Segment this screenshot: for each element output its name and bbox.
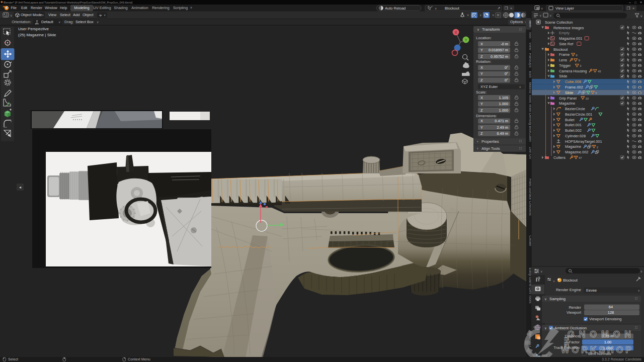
svg-text:×: ×	[510, 6, 513, 11]
svg-text:∨: ∨	[10, 14, 12, 17]
svg-text:XYZ Euler: XYZ Euler	[480, 84, 498, 89]
svg-text:∨: ∨	[638, 289, 640, 292]
svg-text:Y: Y	[480, 125, 483, 130]
svg-text:0.018997 m: 0.018997 m	[489, 48, 508, 52]
svg-text:∨: ∨	[519, 85, 521, 88]
svg-text:View: View	[48, 13, 57, 17]
svg-text:Options: Options	[510, 20, 523, 24]
svg-text:Lens: Lens	[559, 58, 567, 62]
svg-text:BezierCircle: BezierCircle	[565, 107, 585, 111]
svg-text:Dimensions:: Dimensions:	[476, 114, 497, 118]
svg-text:∨: ∨	[58, 21, 60, 24]
svg-text:Window: Window	[45, 6, 58, 10]
svg-text:Default: Default	[41, 20, 54, 24]
svg-text:Scale:: Scale:	[476, 90, 487, 95]
svg-text:⬙: ⬙	[99, 13, 102, 17]
svg-text:×: ×	[632, 6, 635, 11]
svg-text:64: 64	[609, 305, 613, 309]
svg-text:Context Menu: Context Menu	[128, 357, 150, 361]
svg-text:0.471 m: 0.471 m	[495, 119, 508, 123]
svg-text:Rendering: Rendering	[152, 6, 170, 10]
svg-text:Camera Housing: Camera Housing	[559, 69, 587, 73]
svg-text:∨: ∨	[540, 270, 542, 273]
svg-text:∨: ∨	[541, 7, 543, 10]
svg-text:∨: ∨	[640, 270, 642, 273]
svg-text:1.00: 1.00	[604, 340, 612, 344]
svg-text:❐: ❐	[505, 6, 508, 11]
svg-text:Trigger: Trigger	[559, 63, 571, 68]
svg-text:□: □	[634, 1, 636, 4]
svg-text:∨: ∨	[97, 21, 99, 24]
svg-text:∨: ∨	[435, 7, 437, 10]
svg-text:-0 m: -0 m	[501, 42, 508, 46]
svg-text:∨: ∨	[544, 326, 547, 330]
svg-text:3.3.2 Release Candidate: 3.3.2 Release Candidate	[602, 357, 641, 361]
svg-text:Factor: Factor	[569, 340, 580, 344]
svg-text:Z: Z	[480, 54, 483, 59]
svg-text:X: X	[480, 96, 483, 100]
svg-text:Add: Add	[73, 13, 79, 17]
svg-text:Y: Y	[480, 71, 483, 76]
svg-text:Help: Help	[60, 6, 67, 10]
svg-text:Frame: Frame	[559, 52, 570, 57]
svg-text:View Layer: View Layer	[555, 6, 574, 11]
svg-text:∨: ∨	[640, 15, 642, 18]
svg-text:X: X	[480, 119, 483, 123]
svg-text:Blockout: Blockout	[445, 6, 460, 11]
svg-text:Render: Render	[31, 6, 43, 10]
svg-text:+: +	[190, 6, 193, 10]
svg-text:Rotation:: Rotation:	[476, 59, 491, 64]
svg-text:Magazine: Magazine	[565, 144, 581, 149]
svg-text:0°: 0°	[505, 71, 508, 76]
svg-text:Scene Collection: Scene Collection	[545, 20, 573, 25]
svg-text:Drag:: Drag:	[64, 20, 73, 24]
svg-text:Viewport Denoising: Viewport Denoising	[589, 317, 621, 321]
svg-text:1.000: 1.000	[499, 108, 509, 113]
svg-text:Properties: Properties	[481, 139, 499, 144]
svg-text:1.000: 1.000	[499, 102, 509, 106]
svg-text:Scripting: Scripting	[173, 6, 188, 10]
svg-text:–: –	[629, 1, 631, 4]
svg-text:Eevee: Eevee	[586, 288, 597, 293]
svg-text:47: 47	[579, 156, 582, 159]
svg-text:1.105: 1.105	[499, 96, 509, 100]
svg-text:Viewport: Viewport	[567, 310, 582, 315]
svg-text:HOPSArrayTarget.001: HOPSArrayTarget.001	[565, 139, 602, 144]
svg-text:Y: Y	[480, 48, 483, 52]
svg-text:Y: Y	[465, 38, 467, 42]
svg-text:Transform: Transform	[482, 27, 500, 32]
svg-text:∨: ∨	[479, 14, 481, 17]
svg-text:∨: ∨	[104, 14, 106, 17]
svg-text:Blockout: Blockout	[553, 47, 568, 52]
svg-text:X: X	[480, 65, 483, 70]
svg-text:Reference Images: Reference Images	[553, 26, 584, 30]
svg-text:❐: ❐	[627, 6, 630, 11]
svg-text:∨: ∨	[492, 14, 494, 17]
svg-text:Edit: Edit	[21, 6, 27, 10]
svg-text:Orientation:: Orientation:	[12, 20, 31, 24]
svg-text:Cube.006: Cube.006	[565, 79, 581, 84]
svg-text:Magazine.001: Magazine.001	[559, 36, 582, 41]
svg-text:Sampling: Sampling	[549, 297, 566, 301]
svg-text:Z: Z	[480, 131, 483, 136]
svg-text:Magazine.002: Magazine.002	[565, 150, 588, 154]
svg-text:∨: ∨	[539, 14, 541, 17]
svg-text:×: ×	[640, 1, 642, 4]
svg-text:(25) Magazine | Slide: (25) Magazine | Slide	[18, 33, 56, 37]
svg-text:Bullet.001: Bullet.001	[565, 123, 582, 127]
svg-text:Select: Select	[60, 13, 71, 17]
svg-text:∨: ∨	[549, 14, 551, 17]
svg-text:10: 10	[586, 97, 589, 100]
svg-text:Align Tools: Align Tools	[481, 146, 500, 151]
svg-text:Y: Y	[480, 102, 483, 106]
svg-text:Frame.002: Frame.002	[565, 85, 583, 89]
svg-text:128: 128	[608, 310, 614, 315]
svg-text:X: X	[480, 42, 483, 46]
svg-text:Modeling: Modeling	[74, 6, 89, 10]
svg-text:∨: ∨	[553, 280, 555, 283]
svg-text:File: File	[11, 6, 17, 10]
svg-text:Animation: Animation	[131, 6, 148, 10]
svg-text:45: 45	[598, 70, 601, 73]
svg-text:Object: Object	[83, 13, 94, 17]
svg-text:WORKSHOP: WORKSHOP	[561, 345, 631, 355]
